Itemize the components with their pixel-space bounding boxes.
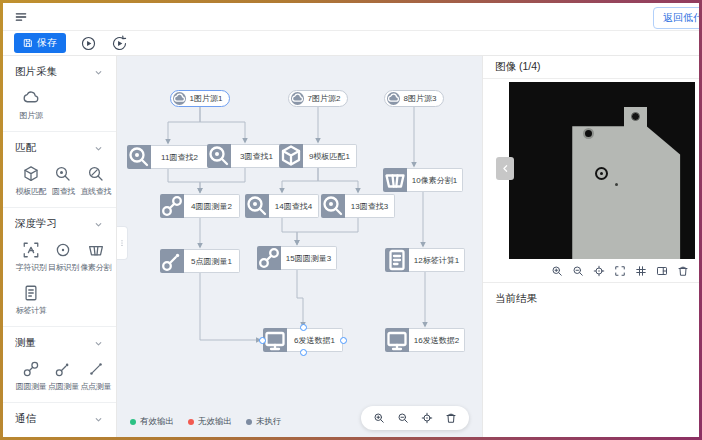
- node-connection-handle[interactable]: [340, 337, 347, 344]
- sidebar-tools-grid: 字符识别目标识别像素分割标签计算: [15, 241, 112, 316]
- canvas-node[interactable]: 14圆查找4: [245, 194, 319, 218]
- chevron-down-icon: [93, 219, 104, 230]
- menu-icon[interactable]: [14, 10, 28, 24]
- previous-image-button[interactable]: [496, 157, 514, 180]
- canvas-zoom-out-button[interactable]: [397, 412, 409, 424]
- tool-item-device[interactable]: [15, 436, 47, 437]
- back-to-lowcode-button[interactable]: 返回低代: [653, 7, 699, 29]
- canvas-node[interactable]: 4圆圆测量2: [160, 194, 240, 218]
- canvas-locate-button[interactable]: [421, 412, 433, 424]
- tool-item-cube[interactable]: 模板匹配: [15, 165, 47, 197]
- node-label: 8图片源3: [400, 93, 441, 104]
- send-icon: [263, 328, 287, 352]
- ocr-icon: [22, 241, 40, 259]
- measure-cc-icon: [160, 194, 184, 218]
- canvas-node[interactable]: 10像素分割1: [383, 168, 463, 192]
- sidebar-section-header[interactable]: 测量: [15, 336, 112, 350]
- compare-icon: [656, 265, 668, 277]
- canvas-node[interactable]: 7图片源2: [288, 90, 348, 107]
- tool-item-cloud[interactable]: 图片源: [15, 89, 47, 121]
- node-connection-handle[interactable]: [259, 337, 266, 344]
- canvas-node[interactable]: 15圆圆测量3: [257, 246, 337, 270]
- circle-find-icon: [207, 144, 231, 168]
- image-toolbar: [483, 259, 699, 282]
- chevron-down-icon: [93, 67, 104, 78]
- canvas-node[interactable]: 5点圆测量1: [160, 249, 240, 273]
- sidebar-section: 测量圆圆测量点圆测量点点测量: [3, 327, 116, 403]
- sidebar-collapse-handle[interactable]: [117, 226, 128, 260]
- flow-edge: [318, 168, 358, 192]
- sidebar-tools-grid: 圆圆测量点圆测量点点测量: [15, 360, 112, 392]
- node-connection-handle[interactable]: [300, 324, 307, 331]
- node-label: 14圆查找4: [269, 194, 319, 218]
- tool-item-segment[interactable]: 像素分割: [80, 241, 112, 273]
- measure-cc-icon: [22, 360, 40, 378]
- node-label: 16发送数据2: [409, 328, 465, 352]
- legend-dot: [246, 419, 252, 425]
- tool-item-line-find[interactable]: 直线查找: [80, 165, 112, 197]
- tool-item-label: 直线查找: [80, 186, 111, 197]
- image-zoom-in-button[interactable]: [551, 265, 563, 277]
- legend-item: 未执行: [246, 416, 282, 428]
- run-once-button[interactable]: [111, 35, 128, 52]
- legend-item: 无效输出: [188, 416, 232, 428]
- tool-item-measure-cc[interactable]: 圆圆测量: [15, 360, 47, 392]
- node-label: 9模板匹配1: [303, 144, 357, 168]
- image-grid-button[interactable]: [635, 265, 647, 277]
- menu-bar: 返回低代: [3, 3, 699, 31]
- measure-pp-icon: [87, 360, 105, 378]
- canvas-node[interactable]: 1图片源1: [170, 90, 230, 107]
- save-button[interactable]: 保存: [14, 33, 66, 53]
- image-zoom-out-button[interactable]: [572, 265, 584, 277]
- node-connection-handle[interactable]: [300, 349, 307, 356]
- chevron-down-icon: [93, 143, 104, 154]
- canvas-node[interactable]: 3圆查找1: [207, 144, 283, 168]
- run-button[interactable]: [80, 35, 97, 52]
- tool-item-target[interactable]: 目标识别: [47, 241, 79, 273]
- sidebar-section-header[interactable]: 图片采集: [15, 65, 112, 79]
- measure-cc-icon: [257, 246, 281, 270]
- cube-icon: [22, 165, 40, 183]
- tool-item-circle-find[interactable]: 圆查找: [47, 165, 79, 197]
- image-preview[interactable]: [509, 82, 695, 259]
- zoom-in-icon: [373, 412, 385, 424]
- image-fullscreen-button[interactable]: [614, 265, 626, 277]
- image-compare-button[interactable]: [656, 265, 668, 277]
- tool-item-label: 图片源: [20, 110, 43, 121]
- main-area: 图片采集图片源匹配模板匹配圆查找直线查找深度学习字符识别目标识别像素分割标签计算…: [3, 56, 699, 437]
- chevron-down-icon: [93, 143, 104, 154]
- canvas-node[interactable]: 12标签计算1: [385, 248, 465, 272]
- tool-item-measure-pc[interactable]: 点圆测量: [47, 360, 79, 392]
- sidebar-section-header[interactable]: 通信: [15, 412, 112, 426]
- legend-dot: [130, 419, 136, 425]
- cloud-icon: [291, 92, 304, 105]
- canvas-node[interactable]: 16发送数据2: [385, 328, 465, 352]
- sidebar-section-title: 通信: [15, 412, 36, 426]
- sidebar-section-header[interactable]: 深度学习: [15, 217, 112, 231]
- tool-item-doc-calc[interactable]: 标签计算: [15, 284, 47, 316]
- image-locate-button[interactable]: [593, 265, 605, 277]
- tool-item-ocr[interactable]: 字符识别: [15, 241, 47, 273]
- canvas-node[interactable]: 6发送数据1: [263, 328, 343, 352]
- sidebar-section-header[interactable]: 匹配: [15, 141, 112, 155]
- send-icon: [263, 328, 287, 352]
- device-icon: [22, 436, 40, 437]
- image-trash-button[interactable]: [677, 265, 689, 277]
- node-label: 11圆查找2: [151, 145, 209, 169]
- tool-item-label: 点圆测量: [48, 381, 79, 392]
- doc-calc-icon: [385, 248, 409, 272]
- flow-canvas[interactable]: 1图片源17图片源28图片源311圆查找23圆查找19模板匹配110像素分割14…: [117, 56, 482, 437]
- tool-item-label: 圆圆测量: [16, 381, 47, 392]
- target-icon: [54, 241, 72, 259]
- node-label: 6发送数据1: [287, 328, 343, 352]
- canvas-trash-button[interactable]: [445, 412, 457, 424]
- tool-item-label: 像素分割: [80, 262, 111, 273]
- canvas-zoom-in-button[interactable]: [373, 412, 385, 424]
- tool-item-measure-pp[interactable]: 点点测量: [80, 360, 112, 392]
- doc-calc-icon: [22, 284, 40, 302]
- canvas-node[interactable]: 11圆查找2: [127, 145, 209, 169]
- canvas-node[interactable]: 8图片源3: [384, 90, 444, 107]
- canvas-node[interactable]: 13圆查找3: [321, 194, 395, 218]
- circle-find-icon: [321, 194, 345, 218]
- canvas-node[interactable]: 9模板匹配1: [279, 144, 357, 168]
